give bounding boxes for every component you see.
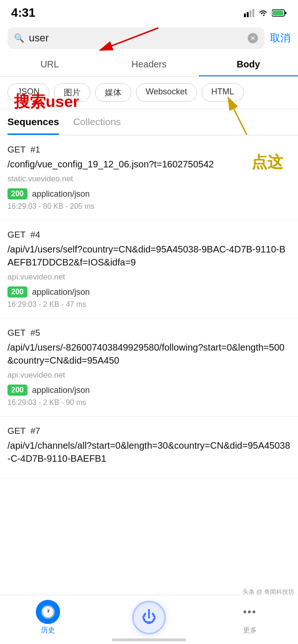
search-bar[interactable]: 🔍 ✕ xyxy=(7,27,264,49)
nav-more-label: 更多 xyxy=(243,626,257,635)
result-status-row: 200 application/json xyxy=(7,286,291,298)
status-badge: 200 xyxy=(7,286,27,298)
result-host: api.vuevideo.net xyxy=(7,272,291,282)
chip-websocket[interactable]: Websocket xyxy=(136,83,197,102)
nav-power[interactable]: ⏻ xyxy=(132,601,166,634)
bottom-nav: 🕐 历史 ⏻ ••• 更多 xyxy=(0,595,298,644)
result-path: /api/v1/users/-82600740384992958​0/follo… xyxy=(7,341,291,367)
status-icons xyxy=(244,9,287,17)
search-bar-container: 🔍 ✕ 取消 xyxy=(0,24,298,53)
chip-html[interactable]: HTML xyxy=(202,83,244,102)
result-item[interactable]: GET #7 /api/v1/channels/all?start=0&leng… xyxy=(0,417,298,478)
chip-media[interactable]: 媒体 xyxy=(95,83,131,102)
result-content-type: application/json xyxy=(32,385,90,395)
result-host: static.vuevideo.net xyxy=(7,174,291,184)
result-host: api.vuevideo.net xyxy=(7,371,291,380)
tab-body[interactable]: Body xyxy=(199,53,298,76)
tab-collections[interactable]: Collections xyxy=(73,109,121,135)
result-method-num: GET #4 xyxy=(7,230,291,240)
svg-rect-5 xyxy=(285,12,286,14)
result-list: GET #1 /config/vue_config_19_12_06.json?… xyxy=(0,135,298,478)
svg-rect-0 xyxy=(244,13,246,17)
chip-image[interactable]: 图片 xyxy=(54,83,90,102)
nav-history-label: 历史 xyxy=(41,626,55,635)
result-content-type: application/json xyxy=(32,189,90,199)
status-badge: 200 xyxy=(7,188,27,199)
result-status-row: 200 application/json xyxy=(7,385,291,396)
result-path: /api/v1/users/self?country=CN&did=95A450… xyxy=(7,243,291,269)
result-meta: 16:29:03 - 2 KB - 47 ms xyxy=(7,300,291,309)
battery-icon xyxy=(272,9,287,17)
tab-row-top: URL Headers Body xyxy=(0,53,298,77)
result-item[interactable]: GET #5 /api/v1/users/-82600740384992958​… xyxy=(0,319,298,417)
result-item[interactable]: GET #1 /config/vue_config_19_12_06.json?… xyxy=(0,135,298,220)
tab-url[interactable]: URL xyxy=(0,53,99,76)
watermark: 头条 @ 奇闻科技坊 xyxy=(239,586,298,598)
more-icon: ••• xyxy=(238,600,262,624)
status-badge: 200 xyxy=(7,385,27,396)
cancel-button[interactable]: 取消 xyxy=(270,31,291,45)
result-item[interactable]: GET #4 /api/v1/users/self?country=CN&did… xyxy=(0,220,298,319)
result-path: /api/v1/channels/all?start=0&length=30&c… xyxy=(7,439,291,465)
signal-icon xyxy=(244,9,254,17)
tab-sequences[interactable]: Sequences xyxy=(7,109,59,135)
history-icon: 🕐 xyxy=(36,600,60,624)
svg-rect-1 xyxy=(247,12,249,17)
svg-rect-3 xyxy=(252,9,254,17)
chip-json[interactable]: JSON xyxy=(7,83,49,102)
home-indicator xyxy=(112,638,186,641)
nav-history[interactable]: 🕐 历史 xyxy=(36,600,60,635)
wifi-icon xyxy=(258,9,268,17)
result-status-row: 200 application/json xyxy=(7,188,291,199)
power-icon: ⏻ xyxy=(132,601,166,634)
result-method-num: GET #5 xyxy=(7,328,291,338)
nav-more[interactable]: ••• 更多 xyxy=(238,600,262,635)
tab-headers[interactable]: Headers xyxy=(99,53,198,76)
tab-row-second: Sequences Collections xyxy=(0,109,298,135)
status-time: 4:31 xyxy=(11,6,35,20)
svg-rect-6 xyxy=(273,11,283,15)
search-icon: 🔍 xyxy=(14,33,24,43)
result-method-num: GET #1 xyxy=(7,145,291,155)
search-input[interactable] xyxy=(29,32,243,44)
result-meta: 16:29:03 - 80 KB - 205 ms xyxy=(7,202,291,211)
filter-chips: JSON 图片 媒体 Websocket HTML xyxy=(0,77,298,109)
result-method-num: GET #7 xyxy=(7,426,291,436)
result-path: /config/vue_config_19_12_06.json?t=16027… xyxy=(7,158,291,171)
status-bar: 4:31 xyxy=(0,0,298,24)
svg-rect-2 xyxy=(250,10,251,17)
result-meta: 16:29:03 - 2 KB - 90 ms xyxy=(7,398,291,407)
result-content-type: application/json xyxy=(32,287,90,297)
search-clear-button[interactable]: ✕ xyxy=(248,33,258,43)
